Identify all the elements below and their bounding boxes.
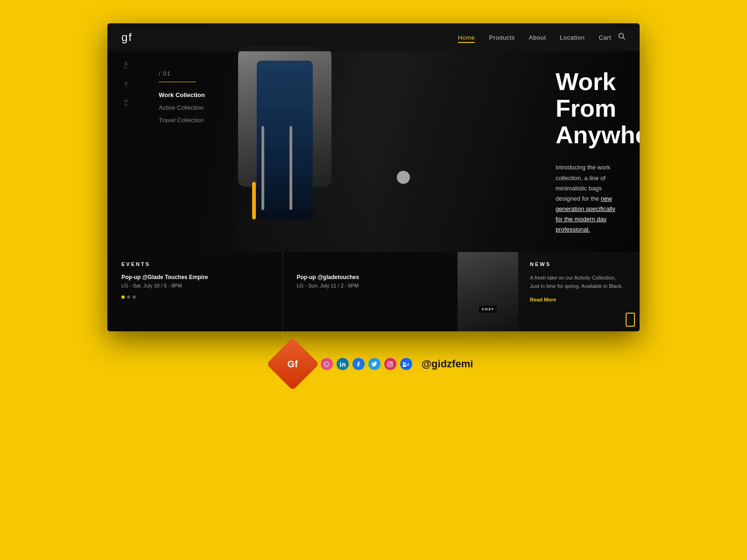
site-logo[interactable]: gf: [121, 31, 133, 44]
svg-rect-3: [340, 363, 341, 367]
svg-rect-5: [388, 362, 393, 367]
slide-number: / 01: [159, 70, 224, 77]
instagram-icon[interactable]: [384, 358, 396, 370]
event2-title: Pop-up @gladetouches: [297, 274, 444, 280]
nav-item-location[interactable]: Location: [560, 33, 585, 42]
facebook-icon[interactable]: [352, 358, 365, 370]
collection-divider: [159, 82, 196, 82]
events-section-1: EVENTS Pop-up @Glade Touches Empire LG -…: [107, 252, 283, 331]
sidebar-social-in[interactable]: in: [124, 81, 128, 87]
news-section: NEWS A fresh take on our Activity Collec…: [518, 252, 640, 331]
social-icons-row: [321, 358, 412, 370]
sidebar-social-tw[interactable]: tw: [124, 61, 128, 69]
nav-item-products[interactable]: Products: [489, 33, 514, 42]
main-content: tw in fb / 01 Work Collection Active Col…: [107, 51, 640, 252]
dot-1: [121, 295, 125, 299]
hero-title-line2: Anywhere: [556, 121, 640, 148]
events-section-2: EVENTS Pop-up @gladetouches LG - Sun, Ju…: [283, 252, 458, 331]
collection-item-active[interactable]: Active Collection: [159, 104, 224, 111]
hero-description: Introducing the work collection, a line …: [556, 162, 616, 235]
svg-point-4: [340, 362, 341, 363]
outer-wrapper: gf Home Products About Location Cart: [0, 0, 747, 560]
collection-nav: / 01 Work Collection Active Collection T…: [145, 51, 233, 252]
sidebar-social-fb[interactable]: fb: [124, 98, 128, 106]
collection-item-work[interactable]: Work Collection: [159, 91, 224, 98]
slide-dot-indicator: [397, 171, 410, 184]
bottom-branding: Gf @gidzfemi: [274, 345, 473, 383]
collection-item-travel[interactable]: Travel Collection: [159, 117, 224, 124]
svg-point-0: [619, 34, 624, 38]
navbar: gf Home Products About Location Cart: [107, 23, 640, 51]
twitter-icon[interactable]: [368, 358, 381, 370]
news-line2: Just in time for spring. Available in Bl…: [530, 283, 623, 289]
nav-link-products[interactable]: Products: [489, 34, 514, 41]
browser-window: gf Home Products About Location Cart: [107, 23, 640, 331]
event1-date: LG - Sat. July 10 / 5 - 8PM: [121, 283, 268, 288]
news-thumbnail: COZY: [458, 252, 518, 331]
nav-link-location[interactable]: Location: [560, 34, 585, 41]
mobile-icon: [626, 313, 635, 327]
social-handle: @gidzfemi: [422, 358, 473, 370]
nav-item-about[interactable]: About: [529, 33, 546, 42]
event2-date: LG - Sun, July 11 / 2 - 5PM: [297, 283, 444, 288]
nav-item-home[interactable]: Home: [458, 33, 475, 42]
hero-title: Work From Anywhere: [556, 69, 616, 149]
hero-title-line1: Work From: [556, 68, 616, 122]
dot-3: [133, 295, 136, 299]
svg-line-1: [623, 38, 625, 40]
behance-icon[interactable]: [400, 358, 412, 370]
svg-point-6: [389, 363, 391, 365]
diamond-text: Gf: [288, 359, 298, 370]
nav-link-home[interactable]: Home: [458, 34, 475, 43]
linkedin-icon[interactable]: [337, 358, 349, 370]
svg-point-7: [391, 362, 392, 363]
dribbble-icon[interactable]: [321, 358, 333, 370]
nav-link-cart[interactable]: Cart: [599, 34, 611, 41]
bottom-bar: EVENTS Pop-up @Glade Touches Empire LG -…: [107, 252, 640, 331]
nav-item-cart[interactable]: Cart: [599, 33, 611, 42]
nav-link-about[interactable]: About: [529, 34, 546, 41]
event1-title: Pop-up @Glade Touches Empire: [121, 274, 268, 280]
news-label: NEWS: [530, 261, 628, 267]
news-line1: A fresh take on our Activity Collection,: [530, 275, 616, 280]
news-text: A fresh take on our Activity Collection,…: [530, 274, 628, 290]
nav-links: Home Products About Location Cart: [458, 33, 611, 42]
events-label: EVENTS: [121, 261, 268, 267]
event-dots: [121, 295, 268, 299]
hero-text-area: Work From Anywhere Introducing the work …: [406, 51, 640, 252]
gf-diamond-logo: Gf: [266, 337, 319, 390]
left-sidebar: tw in fb: [107, 51, 145, 252]
read-more-link[interactable]: Read More: [530, 297, 556, 302]
search-icon[interactable]: [618, 33, 626, 42]
cozy-badge: COZY: [479, 306, 497, 313]
dot-2: [127, 295, 130, 299]
